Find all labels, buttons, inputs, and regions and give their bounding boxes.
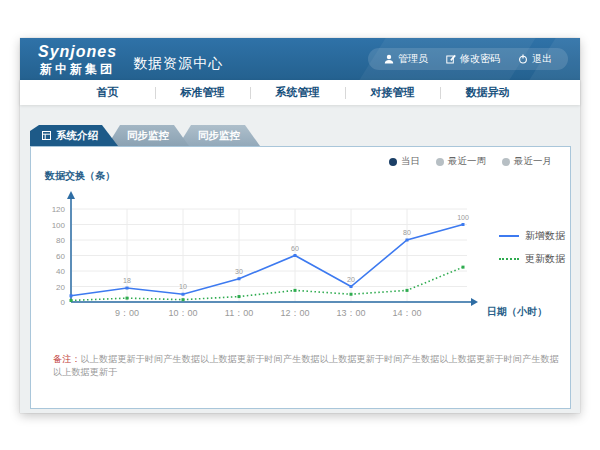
tab-bar: 系统介绍 同步监控 同步监控: [30, 125, 260, 146]
chart-container: 0204060801001209：0010：0011：0012：0013：001…: [33, 187, 493, 321]
logout-label: 退出: [532, 52, 552, 66]
tab-label: 系统介绍: [56, 129, 98, 143]
user-account-button[interactable]: 管理员: [384, 52, 428, 66]
svg-text:20: 20: [56, 283, 65, 292]
logout-button[interactable]: 退出: [518, 52, 552, 66]
radio-last-week-label: 最近一周: [448, 155, 486, 168]
dotted-line-icon: [499, 258, 519, 260]
logo-brand-text: Synjones: [38, 44, 117, 60]
edit-icon: [446, 54, 456, 64]
footnote-label: 备注：: [53, 354, 81, 364]
app-window: Synjones 新中新集团 数据资源中心 管理员 修改密码 退出: [20, 38, 580, 413]
nav-item-data-change[interactable]: 数据异动: [440, 85, 535, 100]
svg-text:100: 100: [457, 214, 469, 221]
change-password-button[interactable]: 修改密码: [446, 52, 500, 66]
svg-text:11：00: 11：00: [225, 308, 253, 318]
username-label: 管理员: [398, 52, 428, 66]
svg-text:40: 40: [56, 267, 65, 276]
change-password-label: 修改密码: [460, 52, 500, 66]
nav-item-system-mgmt[interactable]: 系统管理: [250, 85, 345, 100]
line-chart: 0204060801001209：0010：0011：0012：0013：001…: [33, 187, 493, 321]
svg-text:80: 80: [56, 236, 65, 245]
tab-label: 同步监控: [127, 129, 169, 143]
content-area: 系统介绍 同步监控 同步监控 当日 最近一周: [20, 105, 580, 413]
form-icon: [42, 130, 51, 142]
svg-text:100: 100: [52, 221, 66, 230]
svg-text:18: 18: [123, 277, 131, 284]
radio-today-label: 当日: [401, 155, 420, 168]
page-title: 数据资源中心: [133, 55, 223, 73]
svg-text:60: 60: [291, 245, 299, 252]
user-icon: [384, 54, 394, 64]
tab-system-intro[interactable]: 系统介绍: [30, 125, 118, 146]
legend-label: 新增数据: [525, 229, 565, 243]
logo-company-text: 新中新集团: [38, 63, 117, 75]
chart-legend: 新增数据 更新数据: [499, 229, 565, 266]
svg-text:20: 20: [347, 276, 355, 283]
svg-text:10: 10: [179, 283, 187, 290]
svg-text:0: 0: [61, 298, 66, 307]
legend-item-updated-data: 更新数据: [499, 252, 565, 266]
footnote-text: 以上数据更新于时间产生数据以上数据更新于时间产生数据以上数据更新于时间产生数据以…: [53, 354, 559, 377]
svg-text:30: 30: [235, 268, 243, 275]
svg-text:60: 60: [56, 252, 65, 261]
svg-text:12：00: 12：00: [280, 308, 309, 318]
x-axis-title: 日期（小时）: [487, 305, 547, 319]
nav-item-standard-mgmt[interactable]: 标准管理: [155, 85, 250, 100]
svg-text:14：00: 14：00: [392, 308, 421, 318]
company-logo: Synjones 新中新集团: [38, 44, 117, 75]
legend-label: 更新数据: [525, 252, 565, 266]
nav-item-home[interactable]: 首页: [60, 85, 155, 100]
tab-label: 同步监控: [198, 129, 240, 143]
svg-text:13：00: 13：00: [336, 308, 365, 318]
svg-text:80: 80: [403, 229, 411, 236]
time-range-filter: 当日 最近一周 最近一月: [389, 155, 552, 168]
main-nav: 首页 标准管理 系统管理 对接管理 数据异动: [20, 80, 580, 105]
user-menu: 管理员 修改密码 退出: [368, 48, 568, 70]
tab-sync-monitor-1[interactable]: 同步监控: [107, 125, 189, 146]
svg-text:120: 120: [52, 205, 66, 214]
footnote: 备注：以上数据更新于时间产生数据以上数据更新于时间产生数据以上数据更新于时间产生…: [53, 353, 562, 379]
radio-last-week[interactable]: 最近一周: [436, 155, 486, 168]
y-axis-title: 数据交换（条）: [45, 169, 115, 183]
radio-today[interactable]: 当日: [389, 155, 420, 168]
legend-item-new-data: 新增数据: [499, 229, 565, 243]
radio-last-month-label: 最近一月: [514, 155, 552, 168]
svg-text:9：00: 9：00: [115, 308, 139, 318]
app-header: Synjones 新中新集团 数据资源中心 管理员 修改密码 退出: [20, 38, 580, 80]
svg-text:10：00: 10：00: [168, 308, 197, 318]
tab-sync-monitor-2[interactable]: 同步监控: [178, 125, 260, 146]
chart-panel: 当日 最近一周 最近一月 数据交换（条） 0204060801001209：00…: [30, 146, 571, 409]
nav-item-connect-mgmt[interactable]: 对接管理: [345, 85, 440, 100]
radio-dot-icon: [502, 158, 510, 166]
solid-line-icon: [499, 235, 519, 237]
radio-dot-icon: [436, 158, 444, 166]
radio-last-month[interactable]: 最近一月: [502, 155, 552, 168]
radio-dot-icon: [389, 158, 397, 166]
power-icon: [518, 54, 528, 64]
